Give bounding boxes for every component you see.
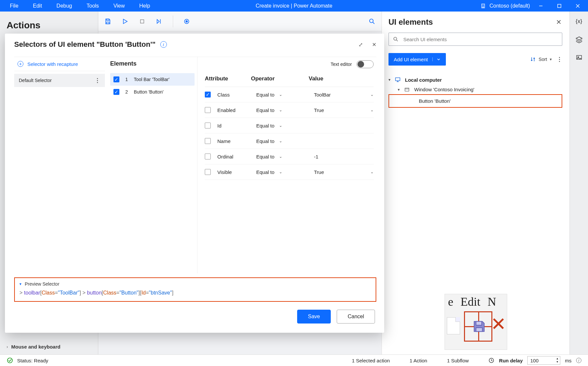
- info-icon[interactable]: i: [160, 41, 167, 48]
- ms-label: ms: [565, 358, 572, 363]
- info-icon[interactable]: i: [576, 358, 581, 363]
- step-icon[interactable]: [156, 18, 163, 25]
- plus-icon: +: [17, 61, 23, 67]
- success-icon: [7, 357, 13, 364]
- cancel-button[interactable]: Cancel: [337, 310, 375, 324]
- menu-edit[interactable]: Edit: [26, 1, 49, 11]
- search-icon[interactable]: [368, 18, 376, 25]
- actions-collapsed-item[interactable]: › Mouse and keyboard: [7, 344, 60, 350]
- attr-operator[interactable]: Equal to⌄: [256, 107, 314, 113]
- attr-checkbox[interactable]: [205, 154, 211, 159]
- attr-value[interactable]: -1: [314, 154, 374, 159]
- attribute-row[interactable]: NameEqual to⌄: [205, 133, 374, 149]
- menu-debug[interactable]: Debug: [49, 1, 79, 11]
- maximize-button[interactable]: [552, 0, 567, 12]
- expand-icon[interactable]: ⤢: [358, 42, 363, 48]
- add-selector-button[interactable]: + Selector with recapture: [14, 57, 105, 71]
- image-rail-icon[interactable]: [575, 54, 583, 61]
- attr-checkbox[interactable]: [205, 123, 211, 128]
- preview-label: Preview Selector: [25, 281, 59, 287]
- selector-item-more[interactable]: [94, 78, 100, 83]
- search-input[interactable]: [403, 36, 558, 42]
- status-bar: Status: Ready 1 Selected action 1 Action…: [0, 354, 588, 366]
- thumb-letter-n: N: [487, 295, 496, 309]
- checkbox-on[interactable]: ✓: [113, 89, 119, 95]
- checkbox-on[interactable]: ✓: [113, 76, 119, 82]
- close-button[interactable]: [570, 0, 585, 12]
- sort-label: Sort: [539, 57, 547, 62]
- attr-checkbox[interactable]: [205, 107, 211, 113]
- add-dropdown-toggle[interactable]: [432, 57, 441, 61]
- attribute-row[interactable]: VisibleEqual to⌄True⌄: [205, 164, 374, 180]
- attr-operator[interactable]: Equal to⌄: [256, 123, 314, 128]
- attr-checkbox[interactable]: [205, 169, 211, 175]
- svg-rect-2: [558, 4, 561, 8]
- svg-point-10: [186, 20, 188, 22]
- subflow-count: 1 Subflow: [447, 358, 469, 363]
- layers-rail-icon[interactable]: [575, 36, 583, 43]
- run-delay-input[interactable]: 100 ▲▼: [527, 356, 560, 365]
- chevron-down-icon: ⌄: [279, 154, 282, 159]
- element-label: Button 'Button': [134, 89, 164, 95]
- panel-close-icon[interactable]: ✕: [556, 18, 562, 26]
- building-icon: [480, 3, 486, 9]
- org-name[interactable]: Contoso (default): [489, 3, 530, 9]
- menu-tools[interactable]: Tools: [79, 1, 106, 11]
- attr-name: Enabled: [217, 107, 256, 113]
- element-row-2[interactable]: ✓ 2 Button 'Button': [110, 86, 195, 98]
- element-row-1[interactable]: ✓ 1 Tool Bar 'ToolBar': [110, 73, 195, 86]
- search-ui-elements[interactable]: [388, 33, 562, 46]
- attr-checkbox[interactable]: ✓: [205, 92, 211, 98]
- text-editor-toggle[interactable]: [356, 60, 374, 68]
- record-icon[interactable]: [183, 18, 190, 25]
- chevron-down-icon: ⌄: [279, 170, 282, 174]
- more-button[interactable]: [556, 57, 562, 62]
- menu-view[interactable]: View: [106, 1, 132, 11]
- titlebar: File Edit Debug Tools View Help Create i…: [0, 0, 588, 12]
- attr-name: Ordinal: [217, 154, 256, 159]
- stop-icon[interactable]: [139, 18, 146, 25]
- add-ui-element-button[interactable]: Add UI element: [388, 53, 446, 66]
- minimize-button[interactable]: [533, 0, 548, 12]
- tok: >: [19, 290, 24, 296]
- menu-file[interactable]: File: [3, 1, 26, 11]
- save-button[interactable]: Save: [297, 310, 331, 324]
- attr-operator[interactable]: Equal to⌄: [256, 169, 314, 175]
- preview-selector-box: ▾ Preview Selector > toolbar[Class="Tool…: [14, 277, 376, 302]
- tree-highlighted-item[interactable]: Button 'Button': [388, 94, 562, 108]
- attribute-row[interactable]: OrdinalEqual to⌄-1: [205, 149, 374, 164]
- tree-window[interactable]: ▾ Window 'Contoso Invoicing': [388, 85, 562, 94]
- attr-value[interactable]: True⌄: [314, 169, 374, 175]
- tree-window-label: Window 'Contoso Invoicing': [414, 87, 474, 92]
- attr-value[interactable]: ToolBar⌄: [314, 92, 374, 98]
- preview-toggle[interactable]: ▾ Preview Selector: [19, 281, 371, 287]
- attr-checkbox[interactable]: [205, 138, 211, 144]
- save-icon[interactable]: [104, 18, 111, 25]
- add-ui-element-label: Add UI element: [394, 57, 428, 62]
- separator: [173, 15, 173, 27]
- selector-code: > toolbar[Class="ToolBar"] > button[Clas…: [19, 290, 371, 296]
- close-icon[interactable]: ✕: [372, 42, 376, 48]
- attr-value[interactable]: True⌄: [314, 107, 374, 113]
- monitor-icon: [394, 77, 401, 83]
- attribute-row[interactable]: EnabledEqual to⌄True⌄: [205, 102, 374, 118]
- attribute-row[interactable]: ✓ClassEqual to⌄ToolBar⌄: [205, 87, 374, 102]
- sort-button[interactable]: Sort ▾: [530, 56, 552, 62]
- svg-line-12: [373, 22, 375, 24]
- attr-operator[interactable]: Equal to⌄: [256, 138, 314, 144]
- mouse-keyboard-label: Mouse and keyboard: [11, 344, 60, 350]
- chevron-down-icon: ⌄: [279, 108, 282, 112]
- selected-action-count: 1 Selected action: [352, 358, 390, 363]
- attr-operator[interactable]: Equal to⌄: [256, 154, 314, 159]
- attr-operator[interactable]: Equal to⌄: [256, 92, 314, 98]
- run-icon[interactable]: [121, 18, 129, 25]
- variables-rail-icon[interactable]: {x}: [576, 18, 582, 25]
- main-menu: File Edit Debug Tools View Help: [3, 1, 157, 11]
- menu-help[interactable]: Help: [132, 1, 157, 11]
- default-selector-item[interactable]: Default Selector: [14, 74, 105, 87]
- spinner-arrows[interactable]: ▲▼: [556, 357, 559, 364]
- attribute-row[interactable]: IdEqual to⌄: [205, 118, 374, 133]
- chevron-down-icon: ▾: [550, 57, 552, 62]
- designer-toolbar: [98, 12, 382, 31]
- tree-root[interactable]: ▾ Local computer: [388, 75, 562, 85]
